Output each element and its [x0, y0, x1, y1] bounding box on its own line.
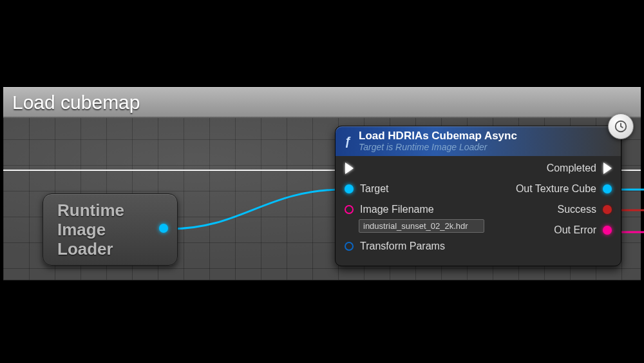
target-input-pin[interactable]: Target	[343, 182, 500, 196]
comment-node-title: Load cubemap	[12, 92, 140, 113]
function-node-subtitle: Target is Runtime Image Loader	[359, 142, 517, 152]
pin-label: Image Filename	[360, 204, 434, 215]
image-filename-input-pin[interactable]: Image Filename	[343, 202, 500, 217]
out-texture-cube-output-pin[interactable]: Out Texture Cube	[516, 182, 613, 196]
function-node-title: Load HDRIAs Cubemap Async	[359, 130, 517, 142]
transform-params-input-pin[interactable]: Transform Params	[343, 239, 500, 253]
completed-output-pin[interactable]: Completed	[547, 161, 613, 175]
pin-label: Completed	[547, 162, 596, 174]
function-icon: ƒ	[342, 135, 354, 148]
exec-wire	[3, 170, 343, 171]
function-node-body: Target Image Filename Transform Params C…	[336, 156, 621, 266]
pin-label: Out Error	[554, 224, 596, 236]
pin-label: Out Texture Cube	[516, 183, 596, 195]
pin-label: Target	[360, 183, 388, 195]
variable-node-label: Runtime Image Loader	[43, 201, 159, 259]
out-error-output-pin[interactable]: Out Error	[554, 223, 613, 237]
variable-node-runtime-image-loader[interactable]: Runtime Image Loader	[43, 193, 178, 266]
exec-input-pin[interactable]	[343, 161, 500, 175]
pin-label: Success	[558, 204, 596, 215]
variable-output-pin[interactable]	[159, 224, 168, 235]
clock-icon	[608, 113, 634, 139]
comment-node-header[interactable]: Load cubemap	[3, 87, 641, 118]
function-node-header[interactable]: ƒ Load HDRIAs Cubemap Async Target is Ru…	[336, 126, 621, 156]
success-output-pin[interactable]: Success	[558, 202, 613, 217]
image-filename-field[interactable]	[359, 219, 484, 233]
pin-label: Transform Params	[360, 240, 445, 252]
function-node-load-hdri-cubemap-async[interactable]: ƒ Load HDRIAs Cubemap Async Target is Ru…	[335, 126, 621, 266]
